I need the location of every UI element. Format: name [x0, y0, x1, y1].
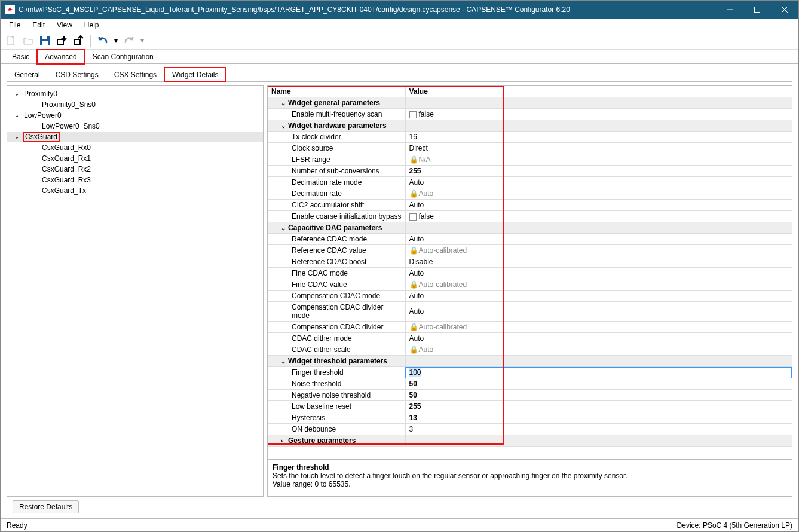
checkbox-icon[interactable] — [409, 111, 417, 118]
tree-item-csxguard_rx3[interactable]: CsxGuard_Rx3 — [7, 175, 263, 185]
prop-name[interactable]: Finger threshold — [268, 367, 405, 378]
prop-name[interactable]: Noise threshold — [268, 378, 405, 390]
undo-dropdown-icon[interactable]: ▾ — [112, 33, 120, 48]
column-header-name[interactable]: Name — [268, 86, 405, 97]
prop-name[interactable]: LFSR range — [268, 154, 405, 166]
chevron-down-icon[interactable]: ⌄ — [281, 100, 288, 106]
prop-value[interactable]: 13 — [405, 412, 792, 424]
tab-basic[interactable]: Basic — [4, 50, 37, 64]
menu-view[interactable]: View — [51, 20, 78, 30]
prop-value[interactable]: 50 — [405, 378, 792, 390]
tree-item-lowpower0_sns0[interactable]: LowPower0_Sns0 — [7, 121, 263, 132]
tree-item-lowpower0[interactable]: ⌄LowPower0 — [7, 110, 263, 121]
prop-value[interactable]: Direct — [405, 143, 792, 154]
column-header-value[interactable]: Value — [405, 86, 792, 97]
tree-item-proximity0[interactable]: ⌄Proximity0 — [7, 88, 263, 99]
tab-advanced[interactable]: Advanced — [37, 50, 84, 64]
group-label: Widget threshold parameters — [288, 357, 387, 365]
tab-csx-settings[interactable]: CSX Settings — [106, 68, 164, 82]
prop-value[interactable]: Auto — [405, 234, 792, 245]
export-icon[interactable] — [71, 33, 85, 48]
prop-value[interactable]: false — [405, 211, 792, 222]
prop-value[interactable]: 100 — [405, 367, 792, 378]
tree-item-csxguard_tx[interactable]: CsxGuard_Tx — [7, 185, 263, 196]
prop-value[interactable]: Auto — [405, 291, 792, 302]
prop-name[interactable]: Decimation rate mode — [268, 177, 405, 188]
prop-name[interactable]: Decimation rate — [268, 188, 405, 200]
prop-name[interactable]: CIC2 accumulator shift — [268, 200, 405, 211]
chevron-down-icon[interactable]: ⌄ — [14, 132, 22, 142]
chevron-right-icon[interactable]: › — [281, 438, 288, 444]
prop-value[interactable]: 3 — [405, 424, 792, 435]
tab-general[interactable]: General — [7, 68, 48, 82]
tab-csd-settings[interactable]: CSD Settings — [48, 68, 106, 82]
checkbox-icon[interactable] — [409, 213, 417, 221]
save-icon[interactable] — [38, 33, 52, 48]
svg-rect-7 — [42, 41, 48, 45]
tree-item-label: CsxGuard_Rx0 — [42, 143, 91, 152]
import-icon[interactable] — [54, 33, 69, 48]
chevron-down-icon[interactable]: ⌄ — [281, 225, 288, 231]
close-button[interactable] — [771, 1, 798, 19]
prop-name[interactable]: Reference CDAC value — [268, 245, 405, 256]
undo-icon[interactable] — [96, 33, 110, 48]
group-capacitive-dac-parameters[interactable]: ⌄Capacitive DAC parameters — [268, 222, 405, 234]
property-grid[interactable]: NameValue⌄Widget general parametersEnabl… — [267, 85, 792, 460]
group-widget-general-parameters[interactable]: ⌄Widget general parameters — [268, 97, 405, 109]
group-widget-threshold-parameters[interactable]: ⌄Widget threshold parameters — [268, 356, 405, 367]
prop-name[interactable]: Number of sub-conversions — [268, 166, 405, 177]
widget-tree[interactable]: ⌄Proximity0Proximity0_Sns0⌄LowPower0LowP… — [7, 85, 264, 497]
prop-name[interactable]: CDAC dither scale — [268, 344, 405, 356]
prop-value[interactable]: Auto — [405, 268, 792, 279]
group-gesture-parameters[interactable]: ›Gesture parameters — [268, 435, 405, 447]
redo-dropdown-icon[interactable]: ▾ — [139, 33, 146, 48]
prop-value[interactable]: Auto — [405, 177, 792, 188]
prop-name[interactable]: Enable coarse initialization bypass — [268, 211, 405, 222]
tree-item-csxguard_rx1[interactable]: CsxGuard_Rx1 — [7, 153, 263, 164]
prop-name[interactable]: Reference CDAC mode — [268, 234, 405, 245]
prop-name[interactable]: Fine CDAC mode — [268, 268, 405, 279]
prop-name[interactable]: ON debounce — [268, 424, 405, 435]
prop-value[interactable]: 16 — [405, 132, 792, 143]
maximize-button[interactable] — [743, 1, 771, 19]
group-widget-hardware-parameters[interactable]: ⌄Widget hardware parameters — [268, 120, 405, 132]
prop-name[interactable]: Negative noise threshold — [268, 390, 405, 401]
tab-scan-configuration[interactable]: Scan Configuration — [85, 50, 161, 64]
prop-name[interactable]: Reference CDAC boost — [268, 256, 405, 268]
chevron-down-icon[interactable]: ⌄ — [281, 123, 288, 129]
prop-name[interactable]: CDAC dither mode — [268, 333, 405, 344]
prop-value[interactable]: Auto — [405, 302, 792, 322]
prop-value[interactable]: Auto — [405, 333, 792, 344]
prop-value[interactable]: false — [405, 109, 792, 120]
tree-item-csxguard_rx2[interactable]: CsxGuard_Rx2 — [7, 164, 263, 175]
menu-help[interactable]: Help — [78, 20, 105, 30]
tab-widget-details[interactable]: Widget Details — [164, 68, 226, 82]
chevron-down-icon[interactable]: ⌄ — [281, 358, 288, 365]
redo-icon[interactable] — [122, 33, 136, 48]
open-file-icon[interactable] — [21, 33, 35, 48]
prop-value[interactable]: Auto — [405, 200, 792, 211]
menu-file[interactable]: File — [3, 20, 26, 30]
tree-item-csxguard_rx0[interactable]: CsxGuard_Rx0 — [7, 142, 263, 153]
prop-name[interactable]: Fine CDAC value — [268, 279, 405, 291]
prop-name[interactable]: Compensation CDAC divider mode — [268, 302, 405, 322]
prop-name[interactable]: Clock source — [268, 143, 405, 154]
prop-name[interactable]: Compensation CDAC mode — [268, 291, 405, 302]
prop-name[interactable]: Low baseline reset — [268, 401, 405, 412]
minimize-button[interactable] — [716, 1, 743, 19]
prop-name[interactable]: Compensation CDAC divider — [268, 322, 405, 333]
prop-name[interactable]: Tx clock divider — [268, 132, 405, 143]
tree-item-csxguard[interactable]: ⌄CsxGuard — [7, 132, 263, 142]
prop-value[interactable]: 255 — [405, 166, 792, 177]
prop-name[interactable]: Hysteresis — [268, 412, 405, 424]
chevron-down-icon[interactable]: ⌄ — [14, 111, 22, 120]
new-file-icon[interactable] — [4, 33, 19, 48]
tree-item-proximity0_sns0[interactable]: Proximity0_Sns0 — [7, 99, 263, 110]
restore-defaults-button[interactable]: Restore Defaults — [13, 500, 79, 513]
chevron-down-icon[interactable]: ⌄ — [14, 89, 22, 99]
prop-value[interactable]: 255 — [405, 401, 792, 412]
menu-edit[interactable]: Edit — [26, 20, 51, 30]
prop-value[interactable]: Disable — [405, 256, 792, 268]
prop-value[interactable]: 50 — [405, 390, 792, 401]
prop-name[interactable]: Enable multi-frequency scan — [268, 109, 405, 120]
